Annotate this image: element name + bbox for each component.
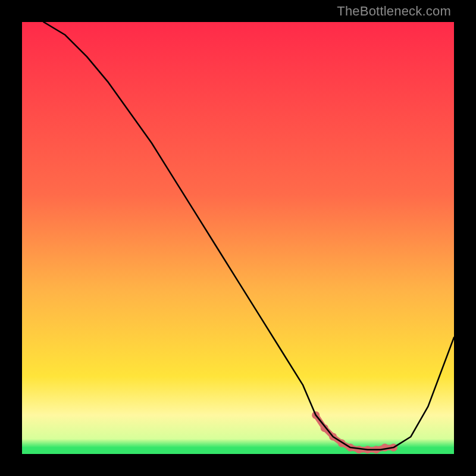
marker-dot (381, 444, 389, 452)
chart-frame: TheBottleneck.com (0, 0, 476, 476)
watermark-text: TheBottleneck.com (337, 4, 451, 19)
gradient-background (22, 22, 454, 454)
chart-svg (22, 22, 454, 454)
plot-area (22, 22, 454, 454)
